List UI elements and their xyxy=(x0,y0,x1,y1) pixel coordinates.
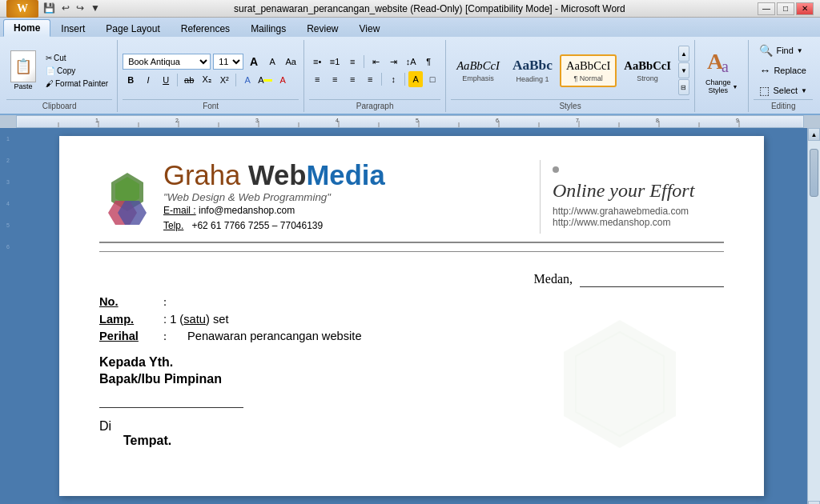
email-value: info@medanshop.com xyxy=(199,205,295,216)
date-line: Medan, xyxy=(99,272,724,287)
font-size-select[interactable]: 11 xyxy=(213,54,243,70)
margin-num-1: 1 xyxy=(6,136,10,142)
align-left-btn[interactable]: ≡ xyxy=(309,71,325,87)
find-button[interactable]: 🔍 Find ▼ xyxy=(754,42,813,59)
subscript-btn[interactable]: X₂ xyxy=(199,72,215,88)
tab-home[interactable]: Home xyxy=(3,19,50,37)
bullets-btn[interactable]: ≡• xyxy=(309,54,325,70)
italic-btn[interactable]: I xyxy=(140,72,156,88)
increase-indent-btn[interactable]: ⇥ xyxy=(385,54,401,70)
document-scroll-area[interactable]: Graha WebMedia "Web Design & Web Program… xyxy=(16,128,807,504)
style-strong[interactable]: AaBbCcI Strong xyxy=(618,55,677,86)
office-button[interactable]: W xyxy=(6,0,38,18)
scroll-down-arrow[interactable]: ▼ xyxy=(808,501,820,504)
tab-insert[interactable]: Insert xyxy=(50,20,95,37)
document-area: 1 2 3 4 5 6 xyxy=(0,128,820,504)
style-emphasis[interactable]: AaBbCcI Emphasis xyxy=(451,55,505,86)
format-painter-button[interactable]: 🖌Format Painter xyxy=(42,78,112,90)
tab-review[interactable]: Review xyxy=(296,20,348,37)
perihal-colon: : xyxy=(163,330,187,343)
font-color-btn[interactable]: A xyxy=(275,72,291,88)
replace-label: Replace xyxy=(774,66,806,75)
recipient-blank-line xyxy=(99,395,243,408)
sep-4 xyxy=(381,73,382,86)
highlight-btn[interactable]: A xyxy=(257,72,273,88)
select-button[interactable]: ⬚ Select ▼ xyxy=(754,82,813,99)
clipboard-label: Clipboard xyxy=(6,99,112,110)
cut-button[interactable]: ✂Cut xyxy=(42,52,112,64)
scroll-up-arrow[interactable]: ▲ xyxy=(808,128,820,141)
style-emphasis-preview: AaBbCcI xyxy=(456,59,500,73)
tab-page-layout[interactable]: Page Layout xyxy=(95,20,170,37)
text-effects-btn[interactable]: A xyxy=(239,72,255,88)
border-btn[interactable]: □ xyxy=(424,71,440,87)
tab-view[interactable]: View xyxy=(349,20,391,37)
close-btn[interactable]: ✕ xyxy=(796,2,814,15)
style-strong-label: Strong xyxy=(637,74,658,82)
company-name-graha: Graha xyxy=(163,160,248,190)
minimize-btn[interactable]: — xyxy=(758,2,775,15)
margin-num-6: 6 xyxy=(6,244,10,250)
underline-btn[interactable]: U xyxy=(158,72,174,88)
svg-text:3: 3 xyxy=(255,118,259,123)
align-right-btn[interactable]: ≡ xyxy=(344,71,360,87)
vertical-scrollbar: ▲ ▼ xyxy=(807,128,820,504)
window-controls: — □ ✕ xyxy=(758,2,814,15)
style-heading1-label: Heading 1 xyxy=(516,75,549,83)
undo-quick-btn[interactable]: ↩ xyxy=(60,2,71,14)
replace-button[interactable]: ↔ Replace xyxy=(754,62,813,79)
svg-text:8: 8 xyxy=(656,118,659,123)
style-normal[interactable]: AaBbCcI ¶ Normal xyxy=(560,54,617,87)
scrollbar-thumb[interactable] xyxy=(810,149,818,197)
select-icon: ⬚ xyxy=(759,84,770,97)
shrink-font-btn[interactable]: A xyxy=(264,54,280,70)
margin-num-3: 3 xyxy=(6,179,10,185)
styles-scroll-more[interactable]: ⊟ xyxy=(678,79,689,95)
svg-text:9: 9 xyxy=(736,118,739,123)
styles-scroll-up[interactable]: ▲ xyxy=(678,46,689,62)
document-page: Graha WebMedia "Web Design & Web Program… xyxy=(59,136,764,496)
save-quick-btn[interactable]: 💾 xyxy=(42,2,57,14)
shading-btn[interactable]: A xyxy=(408,71,423,87)
ribbon: Home Insert Page Layout References Maili… xyxy=(0,18,820,115)
align-center-btn[interactable]: ≡ xyxy=(327,71,343,87)
tab-references[interactable]: References xyxy=(171,20,240,37)
more-quick-btn[interactable]: ▼ xyxy=(89,2,102,14)
ruler-left-side xyxy=(0,115,16,128)
website-links: http://www.grahawebmedia.com http://www.… xyxy=(553,206,724,228)
ribbon-group-clipboard: 📋 Paste ✂Cut 📄Copy 🖌Format Painter Clipb… xyxy=(2,40,118,112)
change-styles-button[interactable]: A a ChangeStyles ▼ xyxy=(700,42,743,98)
svg-text:1: 1 xyxy=(95,118,98,123)
copy-button[interactable]: 📄Copy xyxy=(42,65,112,77)
styles-scroll-down[interactable]: ▼ xyxy=(678,62,689,78)
tab-mailings[interactable]: Mailings xyxy=(240,20,296,37)
clear-format-btn[interactable]: Aa xyxy=(283,54,299,70)
bold-btn[interactable]: B xyxy=(123,72,139,88)
multilevel-btn[interactable]: ≡ xyxy=(344,54,360,70)
style-heading1[interactable]: AaBbc Heading 1 xyxy=(507,54,558,87)
font-name-select[interactable]: Book Antiqua xyxy=(123,54,211,70)
font-label: Font xyxy=(123,99,299,110)
maximize-btn[interactable]: □ xyxy=(777,2,794,15)
paste-icon: 📋 xyxy=(10,50,36,82)
grow-font-btn[interactable]: A xyxy=(246,54,262,70)
paste-button[interactable]: 📋 Paste xyxy=(6,48,40,93)
superscript-btn[interactable]: X² xyxy=(216,72,232,88)
perihal-label: Perihal xyxy=(99,330,163,343)
telp-value: +62 61 7766 7255 – 77046139 xyxy=(191,220,323,231)
style-normal-preview: AaBbCcI xyxy=(566,59,610,73)
ribbon-tab-bar: Home Insert Page Layout References Maili… xyxy=(0,18,820,37)
change-styles-label: ChangeStyles ▼ xyxy=(705,78,738,94)
scrollbar-track[interactable] xyxy=(808,141,820,501)
url1: http://www.grahawebmedia.com xyxy=(553,206,724,217)
redo-quick-btn[interactable]: ↪ xyxy=(74,2,86,14)
numbering-btn[interactable]: ≡1 xyxy=(327,54,343,70)
line-spacing-btn[interactable]: ↕ xyxy=(385,71,401,87)
decrease-indent-btn[interactable]: ⇤ xyxy=(368,54,384,70)
clipboard-controls: 📋 Paste ✂Cut 📄Copy 🖌Format Painter xyxy=(6,42,112,99)
no-label: No. xyxy=(99,295,163,309)
sort-btn[interactable]: ↕A xyxy=(403,54,419,70)
show-hide-btn[interactable]: ¶ xyxy=(420,54,436,70)
strikethrough-btn[interactable]: ab xyxy=(181,72,197,88)
justify-btn[interactable]: ≡ xyxy=(362,71,378,87)
